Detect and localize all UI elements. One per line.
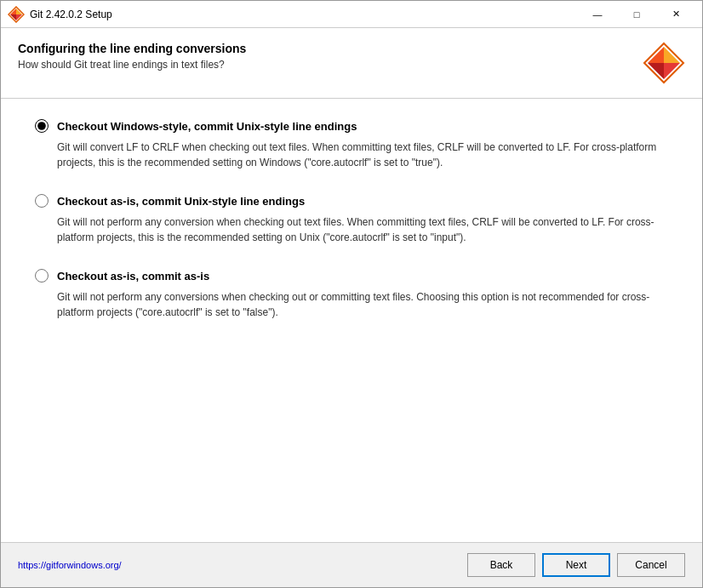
option-3-title: Checkout as-is, commit as-is xyxy=(57,270,209,283)
option-2-radio[interactable] xyxy=(35,194,49,208)
page-title: Configuring the line ending conversions xyxy=(18,42,629,55)
option-group-3: Checkout as-is, commit as-is Git will no… xyxy=(35,269,668,320)
option-1-title: Checkout Windows-style, commit Unix-styl… xyxy=(57,120,357,133)
option-3-description: Git will not perform any conversions whe… xyxy=(57,289,668,320)
option-1-radio[interactable] xyxy=(35,119,49,133)
option-1-description: Git will convert LF to CRLF when checkin… xyxy=(57,140,668,170)
footer-buttons: Back Next Cancel xyxy=(467,553,685,577)
next-button[interactable]: Next xyxy=(542,553,610,577)
footer-link[interactable]: https://gitforwindows.org/ xyxy=(18,560,122,570)
option-group-2: Checkout as-is, commit Unix-style line e… xyxy=(35,194,668,245)
git-logo xyxy=(643,42,685,84)
header-text: Configuring the line ending conversions … xyxy=(18,42,629,71)
option-2-label[interactable]: Checkout as-is, commit Unix-style line e… xyxy=(35,194,668,208)
title-bar: Git 2.42.0.2 Setup — □ ✕ xyxy=(1,1,702,28)
cancel-button[interactable]: Cancel xyxy=(617,553,685,577)
page-subtitle: How should Git treat line endings in tex… xyxy=(18,59,629,71)
maximize-button[interactable]: □ xyxy=(617,1,656,28)
option-group-1: Checkout Windows-style, commit Unix-styl… xyxy=(35,119,668,170)
svg-marker-6 xyxy=(648,47,664,63)
option-3-label[interactable]: Checkout as-is, commit as-is xyxy=(35,269,668,283)
svg-marker-9 xyxy=(648,63,664,79)
option-3-radio[interactable] xyxy=(35,269,49,283)
window-title: Git 2.42.0.2 Setup xyxy=(30,9,578,20)
option-1-label[interactable]: Checkout Windows-style, commit Unix-styl… xyxy=(35,119,668,133)
setup-window: Git 2.42.0.2 Setup — □ ✕ Configuring the… xyxy=(0,0,703,588)
minimize-button[interactable]: — xyxy=(578,1,617,28)
page-header: Configuring the line ending conversions … xyxy=(1,28,702,99)
footer: https://gitforwindows.org/ Back Next Can… xyxy=(1,542,702,587)
content-area: Checkout Windows-style, commit Unix-styl… xyxy=(1,99,702,542)
app-icon xyxy=(8,6,25,23)
option-2-title: Checkout as-is, commit Unix-style line e… xyxy=(57,195,305,208)
back-button[interactable]: Back xyxy=(467,553,535,577)
svg-marker-8 xyxy=(664,63,680,79)
svg-marker-7 xyxy=(664,47,680,63)
close-button[interactable]: ✕ xyxy=(656,1,695,28)
window-controls: — □ ✕ xyxy=(578,1,695,28)
option-2-description: Git will not perform any conversion when… xyxy=(57,214,668,245)
